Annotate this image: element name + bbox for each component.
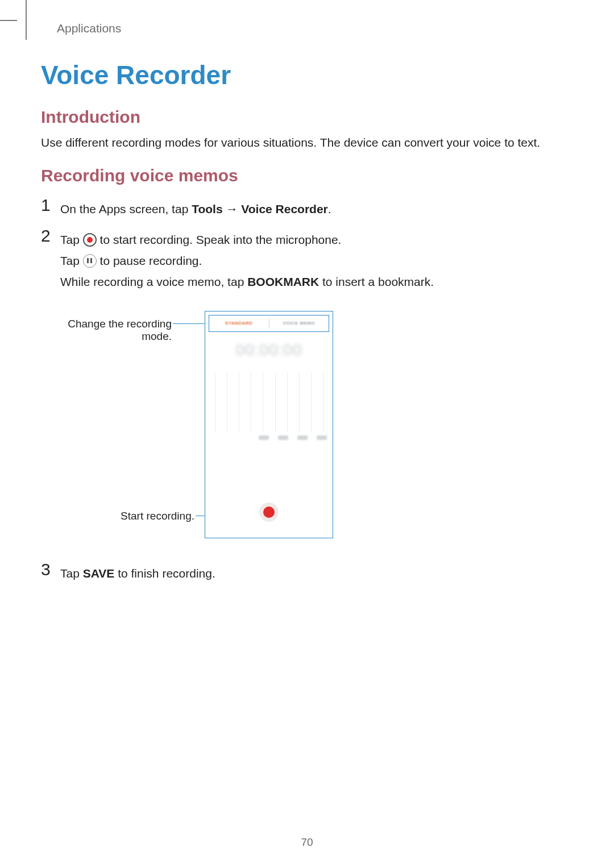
step-1-text-post: . <box>328 202 331 215</box>
step-number-2: 2 <box>41 227 60 244</box>
phone-mockup: STANDARD VOICE MEMO 00:00:00 <box>205 311 333 538</box>
crop-mark-horizontal <box>0 20 17 21</box>
step-2-line1-pre: Tap <box>60 233 83 246</box>
callout-start-recording: Start recording. <box>41 510 194 522</box>
step-1: 1 On the Apps screen, tap Tools → Voice … <box>41 197 573 220</box>
step-2-line2-post: to pause recording. <box>100 254 202 267</box>
step-3-post: to finish recording. <box>114 567 215 580</box>
page-title: Voice Recorder <box>41 60 573 90</box>
record-button[interactable] <box>259 502 279 522</box>
section-heading-introduction: Introduction <box>41 107 573 127</box>
step-3-save-bold: SAVE <box>83 567 115 580</box>
record-icon <box>83 233 97 247</box>
voice-recorder-figure: Change the recording mode. Start recordi… <box>41 311 573 550</box>
step-2-line1-post: to start recording. Speak into the micro… <box>100 233 342 246</box>
step-2-body: Tap to start recording. Speak into the m… <box>60 227 434 292</box>
breadcrumb: Applications <box>57 22 121 35</box>
step-2-line3-post: to insert a bookmark. <box>319 275 434 288</box>
recording-timer: 00:00:00 <box>205 341 333 359</box>
step-1-body: On the Apps screen, tap Tools → Voice Re… <box>60 197 331 220</box>
callout-line-mode <box>173 323 207 324</box>
crop-mark-vertical <box>26 0 27 40</box>
step-1-text-pre: On the Apps screen, tap <box>60 202 192 215</box>
step-2-line2-pre: Tap <box>60 254 83 267</box>
step-3: 3 Tap SAVE to finish recording. <box>41 561 573 584</box>
step-1-bold-voice-recorder: Voice Recorder <box>241 202 328 215</box>
step-3-body: Tap SAVE to finish recording. <box>60 561 215 584</box>
pause-icon <box>83 254 97 268</box>
callout-change-mode: Change the recording mode. <box>41 318 172 343</box>
intro-paragraph: Use different recording modes for variou… <box>41 134 573 152</box>
step-number-1: 1 <box>41 197 60 214</box>
waveform-ticks <box>209 435 329 447</box>
step-1-bold-tools: Tools <box>192 202 222 215</box>
step-2-bookmark-bold: BOOKMARK <box>247 275 319 288</box>
tab-standard[interactable]: STANDARD <box>209 315 269 331</box>
step-number-3: 3 <box>41 561 60 578</box>
page-number: 70 <box>0 836 614 849</box>
step-2: 2 Tap to start recording. Speak into the… <box>41 227 573 292</box>
tab-voice-memo[interactable]: VOICE MEMO <box>269 315 329 331</box>
mode-tabs: STANDARD VOICE MEMO <box>209 315 329 332</box>
step-3-pre: Tap <box>60 567 83 580</box>
step-1-arrow: → <box>223 202 242 215</box>
step-2-line3-pre: While recording a voice memo, tap <box>60 275 247 288</box>
waveform-area <box>209 373 329 447</box>
section-heading-recording: Recording voice memos <box>41 166 573 185</box>
